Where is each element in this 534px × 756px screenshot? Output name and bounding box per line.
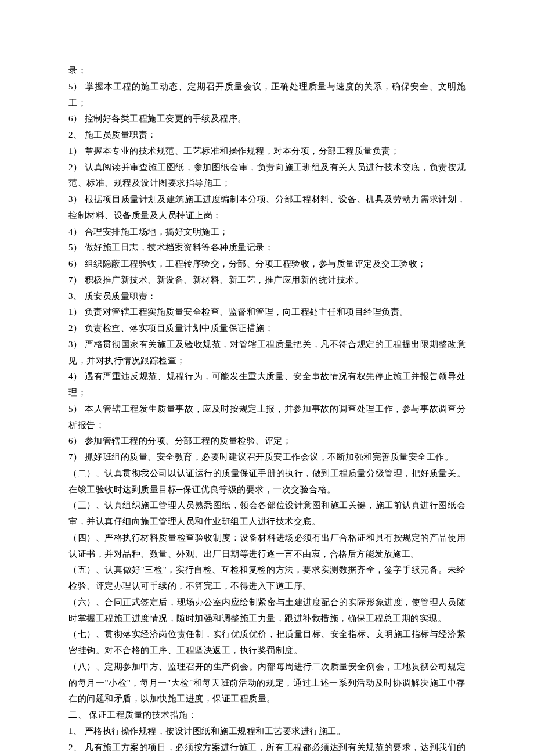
text-line: 5） 本人管辖工程发生质量事故，应及时按规定上报，并参加事故的调查处理工作，参与…: [68, 401, 466, 434]
text-line: （三）、认真组织施工管理人员熟悉图纸，领会各部位设计意图和施工关键，施工前认真进…: [68, 498, 466, 530]
text-line: 2） 负责检查、落实项目质量计划中质量保证措施；: [68, 321, 466, 337]
text-line: （四）、严格执行材料质量检查验收制度：设备材料进场必须有出厂合格证和具有按规定的…: [68, 530, 466, 563]
text-line: （六）、合同正式签定后，现场办公室内应绘制紧密与土建进度配合的实际形象进度，使管…: [68, 595, 466, 627]
text-line: 二、 保证工程质量的技术措施：: [68, 707, 466, 723]
text-line: 6） 组织隐蔽工程验收，工程转序验交，分部、分项工程验收，参与质量评定及交工验收…: [68, 256, 466, 272]
text-line: （八）、定期参加甲方、监理召开的生产例会。内部每周进行二次质量安全例会，工地贯彻…: [68, 659, 466, 707]
text-line: 3、 质安员质量职责：: [68, 289, 466, 305]
text-line: （二）、认真贯彻我公司以认证运行的质量保证手册的执行，做到工程质量分级管理，把好…: [68, 466, 466, 498]
text-line: 3） 严格贯彻国家有关施工及验收规范，对管辖工程质量把关，凡不符合规定的工程提出…: [68, 337, 466, 369]
document-body: 录； 5） 掌握本工程的施工动态、定期召开质量会议，正确处理质量与速度的关系，确…: [68, 63, 466, 756]
text-line: 1） 负责对管辖工程实施质量安全检查、监督和管理，向工程处主任和项目经理负责。: [68, 304, 466, 321]
text-line: 5） 掌握本工程的施工动态、定期召开质量会议，正确处理质量与速度的关系，确保安全…: [68, 79, 466, 111]
text-line: 3） 根据项目质量计划及建筑施工进度编制本分项、分部工程材料、设备、机具及劳动力…: [68, 192, 466, 224]
text-line: 录；: [68, 63, 466, 79]
text-line: 6） 参加管辖工程的分项、分部工程的质量检验、评定；: [68, 433, 466, 449]
text-line: 2） 认真阅读并审查施工图纸，参加图纸会审，负责向施工班组及有关人员进行技术交底…: [68, 160, 466, 192]
text-line: 1、 严格执行操作规程，按设计图纸和施工规程和工艺要求进行施工。: [68, 723, 466, 740]
text-line: 2、 凡有施工方案的项目，必须按方案进行施工，所有工程都必须达到有关规范的要求，…: [68, 740, 466, 757]
text-line: （七）、贯彻落实经济岗位责任制，实行优质优价，把质量目标、安全指标、文明施工指标…: [68, 627, 466, 659]
text-line: 1） 掌握本专业的技术规范、工艺标准和操作规程，对本分项，分部工程质量负责；: [68, 143, 466, 160]
text-line: 6） 控制好各类工程施工变更的手续及程序。: [68, 111, 466, 127]
text-line: 2、 施工员质量职责：: [68, 127, 466, 143]
text-line: 5） 做好施工日志，技术档案资料等各种质量记录；: [68, 240, 466, 256]
text-line: 7） 积极推广新技术、新设备、新材料、新工艺，推广应用新的统计技术。: [68, 272, 466, 289]
text-line: （五）、认真做好"三检"，实行自检、互检和复检的方法，要求实测数据齐全，签字手续…: [68, 562, 466, 595]
text-line: 4） 遇有严重违反规范、规程行为，可能发生重大质量、安全事故情况有权先停止施工并…: [68, 369, 466, 401]
text-line: 7） 抓好班组的质量、安全教育，必要时建议召开质安工作会议，不断加强和完善质量安…: [68, 449, 466, 466]
text-line: 4） 合理安排施工场地，搞好文明施工；: [68, 224, 466, 240]
